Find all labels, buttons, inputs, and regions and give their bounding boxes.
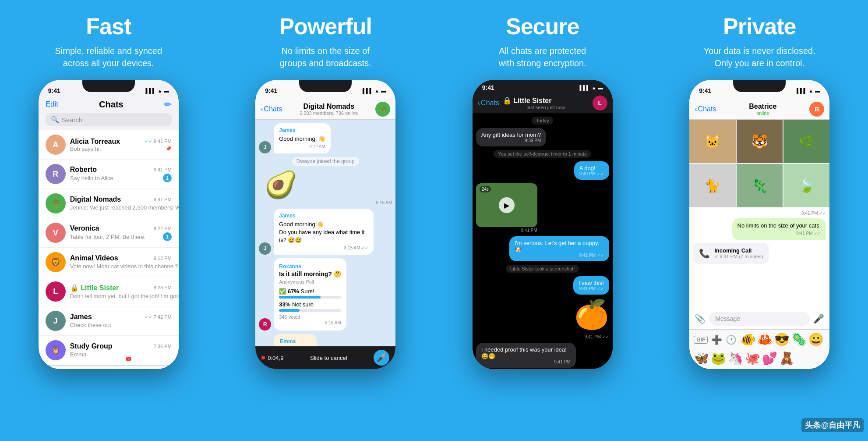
photo-lizard: 🦎 (737, 164, 783, 207)
poll-check-icon: ✅ 67% Sure! (279, 288, 314, 295)
phone-secure-screen: 9:41 ▌▌▌ ▲ ▬ ‹ Chats 🔒 Little Sister las… (473, 80, 613, 369)
chat-item-study-group[interactable]: 🦉 Study Group 7:36 PM Emma (39, 336, 179, 365)
poll-question: Is it still morning? 🤔 (279, 270, 341, 277)
video-time: 9:41 PM (476, 228, 537, 233)
group-avatar: 🌴 (375, 102, 390, 117)
chat-time: 7:36 PM (154, 344, 172, 349)
sticker-octopus[interactable]: 🐙 (745, 351, 760, 366)
msg-text: No limits on the size of your cats. (737, 222, 821, 230)
msg-text: Good morning! 👋 (279, 135, 325, 143)
sticker-fish[interactable]: 🐠 (740, 332, 755, 347)
private-messages: 9:41 PM ✓✓ No limits on the size of your… (689, 207, 829, 308)
avatar-little-sister: L (46, 281, 66, 302)
chevron-left-icon-3: ‹ (478, 99, 480, 107)
video-play-icon[interactable]: ▶ (499, 197, 515, 213)
phone-powerful-screen: 9:41 ▌▌▌ ▲ ▬ ‹ Chats Digital Nomads 2,50… (255, 80, 395, 369)
wifi-icon: ▲ (158, 88, 162, 93)
chat-time: ✓✓ 9:41 PM (145, 139, 172, 144)
battery-icon-4: ▬ (815, 88, 820, 93)
signal-icon-2: ▌▌▌ (363, 88, 373, 93)
chat-item-james[interactable]: J James ✓✓ 7:42 PM Check these out (39, 306, 179, 336)
voice-bubble: Emma ▶ 0:22 8:17 AM (274, 334, 316, 346)
compose-icon[interactable]: ✏ (164, 99, 172, 110)
chat-info-veronica: Veronica 9:22 PM Table for four, 2 PM. B… (70, 224, 172, 241)
panel-private-title: Private (723, 13, 796, 39)
dark-messages: Today Any gift ideas for mom? 9:39 PM Yo… (473, 113, 613, 369)
back-button-3[interactable]: ‹ Chats (478, 99, 499, 107)
chat-item-roberto[interactable]: R Roberto 9:41 PM Say hello to Alice. 1 (39, 160, 179, 189)
sticker-cool[interactable]: 😎 (774, 332, 790, 347)
msg-cats: No limits on the size of your cats. 9:41… (732, 218, 826, 240)
chat-name: Digital Nomads (70, 196, 121, 203)
msg-voice: E Emma ▶ 0:22 8:17 AM (259, 334, 392, 346)
sticker-frog[interactable]: 🐸 (711, 351, 726, 366)
chat-item-animal-videos[interactable]: 🦁 Animal Videos 9:12 PM Vote now! Moar c… (39, 248, 179, 277)
bubble-james-2: James Good morning!👋Do you have any idea… (274, 209, 374, 255)
panel-powerful-title: Powerful (279, 13, 372, 39)
chat-item-little-sister[interactable]: L 🔒 Little Sister 8:28 PM Don't tell mom… (39, 277, 179, 306)
add-sticker-icon[interactable]: ➕ (711, 334, 722, 345)
msg-incoming-gift: Any gift ideas for mom? 9:39 PM (476, 128, 547, 146)
clock-icon[interactable]: 🕐 (726, 334, 737, 345)
status-time-4: 9:41 (699, 87, 711, 94)
recording-left: 0:04,9 (261, 355, 283, 361)
phone-powerful: 9:41 ▌▌▌ ▲ ▬ ‹ Chats Digital Nomads 2,50… (255, 80, 395, 369)
private-input-field[interactable]: Message (709, 312, 810, 326)
mic-icon-4[interactable]: 🎤 (813, 313, 824, 324)
private-avatar: B (809, 102, 824, 117)
notch-2 (299, 80, 352, 92)
chat-time: 9:41 PM (154, 167, 172, 172)
secure-avatar: L (593, 96, 607, 110)
msg-sender: James (279, 127, 325, 134)
poll-bubble: Roxanne Is it still morning? 🤔 Anonymous… (274, 258, 346, 331)
msg-text-2: Good morning!👋Do you have any idea what … (279, 220, 368, 245)
chat-item-digital-nomads[interactable]: 🌴 Digital Nomads 9:41 PM Jennie: We just… (39, 189, 179, 218)
chat-msg: Say hello to Alice. (70, 175, 115, 181)
panel-private-subtitle: Your data is never disclosed.Only you ar… (704, 45, 815, 69)
chat-name: James (70, 313, 92, 321)
status-icons: ▌▌▌ ▲ ▬ (145, 88, 169, 93)
mic-button[interactable]: 🎤 (374, 350, 389, 366)
chat-item-alicia[interactable]: A Alicia Torreaux ✓✓ 9:41 PM Bob says hi… (39, 130, 179, 160)
poll-bar-bg-2 (279, 309, 341, 312)
chat-info-james: James ✓✓ 7:42 PM Check these out (70, 313, 172, 329)
chat-item-veronica[interactable]: V Veronica 9:22 PM Table for four, 2 PM.… (39, 218, 179, 248)
poll-pct-2: 33% Not sure (279, 301, 314, 308)
phone-private-screen: 9:41 ▌▌▌ ▲ ▬ ‹ Chats Beatrice online B (689, 80, 829, 369)
chats-nav-row: Edit Chats ✏ (46, 99, 172, 110)
poll-bar-bg (279, 296, 341, 299)
chats-nav: Edit Chats ✏ 🔍 Search (39, 99, 179, 130)
back-button-2[interactable]: ‹ Chats (261, 105, 282, 113)
battery-icon: ▬ (164, 88, 169, 93)
sticker-crab[interactable]: 🦀 (757, 332, 773, 347)
search-bar[interactable]: 🔍 Search (46, 113, 172, 126)
chat-name-row: 🔒 Little Sister 8:28 PM (70, 284, 172, 292)
panel-fast-subtitle: Simple, reliable and syncedacross all yo… (55, 45, 162, 69)
sticker-butterfly[interactable]: 🦋 (694, 351, 709, 366)
avatar-alicia: A (46, 135, 66, 155)
poll-bar-fill-2 (279, 309, 300, 312)
photo-time-row: 9:41 PM ✓✓ (693, 211, 826, 216)
msg-time: 9:39 PM (481, 138, 541, 143)
attachment-icon-4[interactable]: 📎 (695, 313, 706, 324)
chat-msg: Emma (70, 351, 87, 358)
chat-time: 8:28 PM (154, 285, 172, 290)
status-time-3: 9:41 (482, 84, 494, 91)
chat-name-row: James ✓✓ 7:42 PM (70, 313, 172, 321)
sticker-unicorn[interactable]: 🦄 (728, 351, 743, 366)
sticker-smile[interactable]: 😀 (808, 332, 824, 347)
back-button-4[interactable]: ‹ Chats (695, 105, 716, 113)
gif-button[interactable]: GIF (694, 336, 708, 344)
private-input-bar: 📎 Message 🎤 (689, 308, 829, 329)
msg-james-2: J James Good morning!👋Do you have any id… (259, 209, 392, 255)
msg-text: Any gift ideas for mom? (481, 132, 541, 138)
sticker-bear[interactable]: 🧸 (779, 351, 794, 366)
private-nav-bar: ‹ Chats Beatrice online B (689, 99, 829, 120)
sticker-virus[interactable]: 🦠 (791, 332, 807, 347)
sticker-hearts[interactable]: 💕 (762, 351, 777, 366)
avatar-digital-nomads: 🌴 (46, 193, 66, 213)
edit-button[interactable]: Edit (46, 100, 58, 109)
chat-name-row: Roberto 9:41 PM (70, 166, 172, 174)
notch-4 (733, 80, 786, 92)
msg-time: 9:40 PM ✓✓ (579, 171, 604, 176)
